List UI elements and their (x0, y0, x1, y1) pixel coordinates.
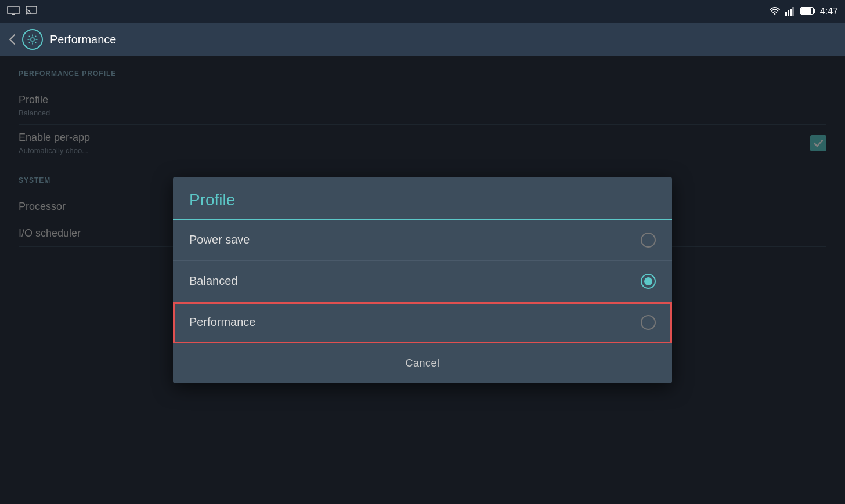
power-save-radio[interactable] (641, 233, 656, 248)
battery-icon (800, 7, 815, 17)
main-content: PERFORMANCE PROFILE Profile Balanced Ena… (0, 56, 845, 504)
dialog-option-balanced[interactable]: Balanced (173, 261, 672, 302)
back-button[interactable] (9, 34, 15, 45)
status-right: 4:47 (769, 6, 838, 17)
balanced-label: Balanced (189, 274, 237, 288)
svg-rect-7 (790, 9, 792, 16)
svg-rect-1 (12, 14, 15, 15)
power-save-label: Power save (189, 233, 250, 246)
cancel-button[interactable]: Cancel (391, 353, 453, 374)
svg-rect-8 (792, 7, 794, 16)
dialog-overlay: Profile Power save Balanced Performance (0, 56, 845, 504)
cast-icon (26, 6, 37, 17)
performance-radio[interactable] (641, 315, 656, 330)
svg-rect-10 (813, 9, 815, 13)
wifi-icon (769, 6, 781, 17)
signal-icon (785, 6, 796, 17)
status-left (7, 6, 37, 17)
svg-rect-6 (788, 10, 789, 16)
app-bar-title: Performance (50, 33, 117, 46)
svg-point-4 (774, 13, 775, 15)
svg-rect-11 (801, 8, 811, 14)
gear-icon (22, 29, 43, 50)
dialog-header: Profile (173, 177, 672, 220)
svg-rect-0 (8, 6, 19, 14)
status-bar: 4:47 (0, 0, 845, 23)
performance-label: Performance (189, 316, 256, 329)
app-bar: Performance (0, 23, 845, 56)
svg-point-12 (31, 38, 34, 41)
dialog-option-power-save[interactable]: Power save (173, 220, 672, 261)
time-display: 4:47 (820, 6, 838, 17)
balanced-radio-fill (644, 277, 652, 285)
screen-icon (7, 6, 20, 17)
svg-rect-5 (785, 12, 787, 16)
balanced-radio[interactable] (641, 274, 656, 289)
profile-dialog: Profile Power save Balanced Performance (173, 177, 672, 383)
dialog-footer: Cancel (173, 343, 672, 383)
dialog-option-performance[interactable]: Performance (173, 302, 672, 343)
dialog-title: Profile (189, 191, 656, 209)
